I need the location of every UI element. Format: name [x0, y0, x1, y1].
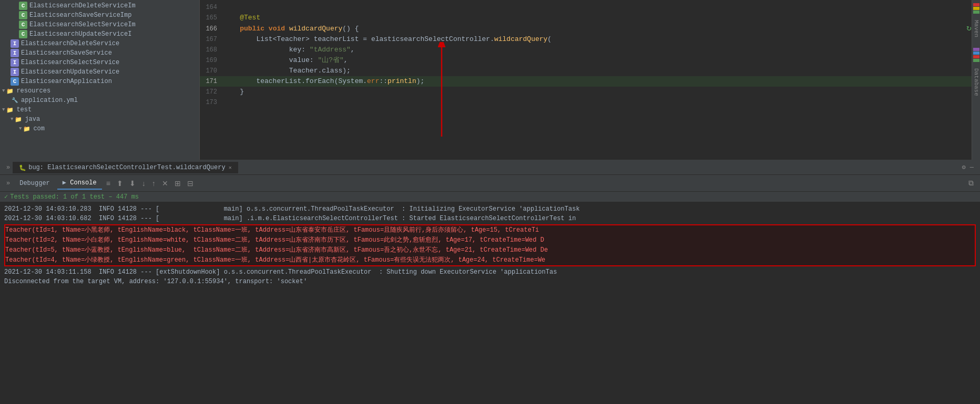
- line-number: 166: [200, 24, 223, 34]
- color-sq-red2: [973, 55, 979, 58]
- debug-content[interactable]: 2021-12-30 14:03:10.283 INFO 14128 --- […: [0, 202, 980, 404]
- tree-item-updateservice[interactable]: I ElasticsearchUpdateService: [0, 67, 199, 77]
- main-container: C ElasticsearchDeleteServiceIm C Elastic…: [0, 0, 980, 404]
- database-tab[interactable]: Database: [972, 64, 981, 100]
- tests-passed-text: Tests passed: 1 of 1 test – 447 ms: [10, 193, 139, 201]
- string-text: "山?省": [318, 56, 343, 64]
- line-content: public void wildcardQuery() {: [223, 24, 964, 34]
- code-line-169: 169 value: "山?省",: [200, 55, 972, 66]
- code-line-167: 167 List<Teacher> teacherList = elastics…: [200, 34, 972, 45]
- code-line-168: 168 key: "tAddress",: [200, 45, 972, 55]
- panel-expand-button[interactable]: »: [4, 180, 12, 187]
- toolbar-up2-btn[interactable]: ↑: [150, 178, 158, 189]
- expand-panel-button[interactable]: »: [4, 164, 12, 171]
- class-icon: C: [19, 30, 27, 38]
- code-line-171: 171 teacherList.forEach(System.err::prin…: [200, 76, 972, 87]
- toolbar-grid-btn[interactable]: ⊟: [185, 178, 196, 189]
- check-icon: ✓: [4, 193, 8, 201]
- tab-label: bug: ElasticsearchSelectControllerTest.w…: [28, 164, 225, 171]
- tree-item-label: test: [16, 106, 32, 113]
- console-tab-label: Console: [70, 179, 96, 187]
- line-content: teacherList.forEach(System.err::println)…: [223, 76, 972, 87]
- tree-item-deleteservice[interactable]: I ElasticsearchDeleteService: [0, 39, 199, 48]
- tree-item-application[interactable]: C ElasticsearchApplication: [0, 77, 199, 86]
- line-content: }: [223, 87, 972, 97]
- tree-item-selectservice[interactable]: I ElasticsearchSelectService: [0, 58, 199, 67]
- highlight-line-2: Teacher(tId=2, tName=小白老师, tEnglishName=…: [5, 235, 975, 245]
- method-name: println: [387, 77, 416, 85]
- tree-item-label: java: [25, 116, 40, 123]
- tree-item-label: ElasticsearchDeleteService: [21, 40, 119, 47]
- code-line-172: 172 }: [200, 87, 972, 97]
- line-number: 171: [200, 76, 223, 87]
- tree-item-saveimpl[interactable]: C ElasticsearchSaveServiceImp: [0, 11, 199, 20]
- settings-button[interactable]: ⚙: [960, 163, 968, 171]
- console-tab[interactable]: ▶ Console: [57, 177, 102, 190]
- color-sq-purple: [973, 48, 979, 51]
- debugger-tab[interactable]: Debugger: [14, 178, 55, 189]
- method-ref: wildcardQuery: [494, 35, 547, 43]
- tree-item-selectimpl[interactable]: C ElasticsearchSelectServiceIm: [0, 20, 199, 29]
- toolbar-down2-btn[interactable]: ↓: [140, 178, 148, 189]
- color-sq-yellow: [973, 7, 979, 10]
- tab-close-button[interactable]: ✕: [229, 164, 232, 171]
- minimize-button[interactable]: —: [968, 164, 976, 171]
- code-editor: 164 165 @Test 166 public void wildcardQu…: [200, 0, 972, 160]
- expand-icon: ▼: [11, 117, 13, 122]
- interface-icon: I: [11, 68, 19, 76]
- class-icon: C: [19, 20, 27, 29]
- log-line-1: 2021-12-30 14:03:10.283 INFO 14128 --- […: [4, 204, 976, 214]
- tab-bar: » 🐛 bug: ElasticsearchSelectControllerTe…: [0, 160, 980, 175]
- code-line-164: 164: [200, 2, 972, 13]
- green-arrow-icon: ↻: [966, 23, 972, 34]
- tree-item-label: resources: [16, 87, 50, 95]
- tree-item-com-folder[interactable]: ▼ 📁 com: [0, 124, 199, 133]
- folder-icon: 📁: [6, 87, 14, 95]
- yaml-icon: 🔧: [11, 96, 19, 105]
- class-icon: C: [19, 2, 27, 10]
- highlight-line-4: Teacher(tId=4, tName=小绿教授, tEnglishName=…: [5, 255, 975, 265]
- tree-item-deleteimpl[interactable]: C ElasticsearchDeleteServiceIm: [0, 1, 199, 11]
- color-sq-red: [973, 3, 979, 6]
- line-number: 167: [200, 34, 223, 45]
- tree-item-label: ElasticsearchSaveServiceImp: [29, 12, 131, 19]
- line-content: key: "tAddress",: [223, 45, 972, 55]
- debug-tab-item[interactable]: 🐛 bug: ElasticsearchSelectControllerTest…: [12, 161, 239, 173]
- annotation-text: @Test: [240, 14, 260, 22]
- color-sq-blue: [973, 51, 979, 55]
- console-icon: ▶: [63, 179, 66, 187]
- maven-tab[interactable]: Maven: [972, 16, 981, 42]
- code-line-165: 165 @Test: [200, 13, 972, 23]
- interface-icon: I: [11, 49, 19, 57]
- toolbar-list-btn[interactable]: ≡: [104, 178, 113, 189]
- expand-icon: ▼: [2, 107, 5, 112]
- keyword-void: void: [269, 25, 285, 33]
- line-number: 165: [200, 13, 223, 23]
- toolbar-up-btn[interactable]: ⬆: [115, 178, 125, 189]
- keyword-public: public: [240, 25, 264, 33]
- expand-icon: ▼: [2, 88, 5, 94]
- color-sq-green2: [973, 59, 979, 62]
- toolbar-mark-btn[interactable]: ✕: [160, 178, 170, 189]
- tree-item-test-folder[interactable]: ▼ 📁 test: [0, 105, 199, 115]
- tree-item-java-folder[interactable]: ▼ 📁 java: [0, 115, 199, 124]
- code-line-173: 173: [200, 97, 972, 108]
- tree-item-label: application.yml: [21, 97, 78, 104]
- toolbar-down-btn[interactable]: ⬇: [127, 178, 138, 189]
- tree-item-resources-folder[interactable]: ▼ 📁 resources: [0, 86, 199, 96]
- database-color-squares: [972, 47, 981, 63]
- tab-filename: ElasticsearchSelectControllerTest.wildca…: [47, 164, 225, 171]
- tree-item-updateimpl[interactable]: C ElasticsearchUpdateServiceI: [0, 29, 199, 39]
- tree-item-saveservice[interactable]: I ElasticsearchSaveService: [0, 48, 199, 58]
- line-number: 164: [200, 2, 223, 13]
- bug-icon: 🐛: [19, 164, 26, 171]
- toolbar-split-btn[interactable]: ⊞: [172, 178, 183, 189]
- interface-icon: I: [11, 39, 19, 48]
- highlighted-output-block: Teacher(tId=1, tName=小黑老师, tEnglishName=…: [4, 224, 976, 266]
- tree-item-yaml[interactable]: 🔧 application.yml: [0, 96, 199, 105]
- split-view-button[interactable]: ⧉: [966, 178, 976, 189]
- string-text: "tAddress": [310, 46, 351, 54]
- class-icon: C: [11, 77, 19, 86]
- debug-toolbar: » Debugger ▶ Console ≡ ⬆ ⬇ ↓ ↑ ✕ ⊞ ⊟ ⧉: [0, 175, 980, 192]
- code-lines: 164 165 @Test 166 public void wildcardQu…: [200, 0, 972, 110]
